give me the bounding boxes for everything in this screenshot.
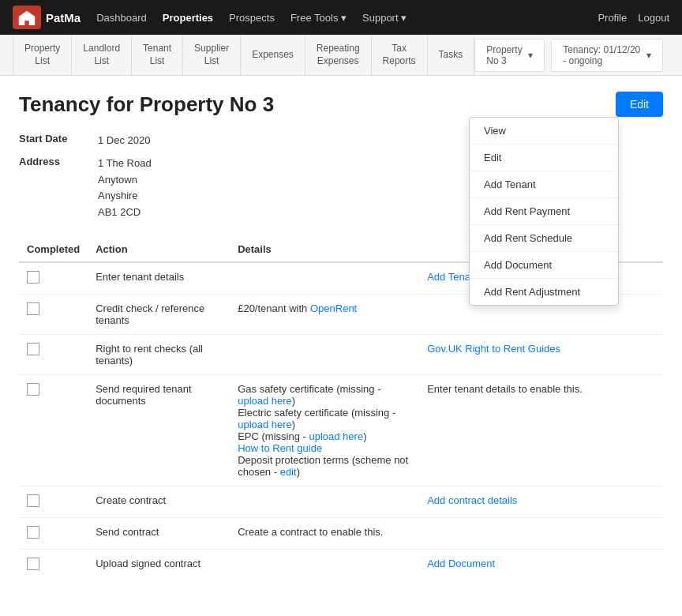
- table-row: Right to rent checks (all tenants) Gov.U…: [19, 334, 663, 374]
- address-line-3: Anyshire: [98, 188, 152, 205]
- dropdown-menu: View Edit Add Tenant Add Rent Payment Ad…: [469, 117, 619, 306]
- logo-text: PatMa: [46, 11, 81, 24]
- subnav-repeating-expenses[interactable]: Repeating Expenses: [305, 35, 372, 76]
- property-dropdown-chevron: ▾: [528, 50, 533, 61]
- dropdown-add-document[interactable]: Add Document: [470, 252, 618, 279]
- subnav-tax-reports[interactable]: Tax Reports: [372, 35, 428, 76]
- address-line-1: 1 The Road: [98, 156, 152, 172]
- page-title: Tenancy for Property No 3: [19, 92, 274, 117]
- checkbox-6[interactable]: [27, 526, 39, 539]
- details-cell-1: [230, 262, 419, 295]
- nav-support[interactable]: Support ▾: [362, 12, 407, 24]
- checkbox-2[interactable]: [27, 302, 39, 315]
- gas-upload-link[interactable]: upload here: [238, 395, 292, 407]
- subnav-tasks[interactable]: Tasks: [428, 35, 475, 76]
- checkbox-cell-7: [19, 549, 88, 580]
- how-to-rent-line: How to Rent guide: [238, 442, 411, 454]
- openrent-link[interactable]: OpenRent: [310, 302, 357, 314]
- nav-free-tools[interactable]: Free Tools ▾: [290, 12, 347, 24]
- property-dropdown[interactable]: Property No 3 ▾: [474, 39, 545, 72]
- dropdown-view[interactable]: View: [470, 118, 618, 145]
- details-cell-4: Gas safety certificate (missing - upload…: [230, 374, 419, 486]
- gov-right-to-rent-link[interactable]: Gov.UK Right to Rent Guides: [427, 343, 560, 355]
- checkbox-cell-3: [19, 334, 88, 374]
- deposit-line: Deposit protection terms (scheme not cho…: [238, 454, 411, 478]
- checkbox-3[interactable]: [27, 343, 39, 355]
- link-cell-3: Gov.UK Right to Rent Guides: [419, 334, 663, 374]
- table-row: Send contract Create a contract to enabl…: [19, 517, 663, 549]
- action-cell-3: Right to rent checks (all tenants): [88, 334, 230, 374]
- link-cell-5: Add contract details: [419, 486, 663, 517]
- details-cell-6: Create a contract to enable this.: [230, 517, 419, 549]
- main-content: Tenancy for Property No 3 Edit View Edit…: [0, 76, 682, 596]
- start-date-value: 1 Dec 2020: [98, 133, 151, 149]
- start-date-label: Start Date: [19, 133, 98, 149]
- table-row: Create contract Add contract details: [19, 486, 663, 517]
- checkbox-5[interactable]: [27, 494, 39, 507]
- dropdown-add-rent-adjustment[interactable]: Add Rent Adjustment: [470, 279, 618, 305]
- action-cell-1: Enter tenant details: [88, 262, 230, 295]
- tenancy-dropdown-chevron: ▾: [646, 50, 651, 61]
- col-completed: Completed: [19, 237, 88, 262]
- table-row: Send required tenant documents Gas safet…: [19, 374, 663, 486]
- address-line-2: Anytown: [98, 172, 152, 189]
- deposit-edit-link[interactable]: edit: [280, 466, 297, 478]
- edit-button[interactable]: Edit: [616, 92, 663, 117]
- add-document-link[interactable]: Add Document: [427, 558, 495, 569]
- table-row: Upload signed contract Add Document: [19, 549, 663, 580]
- subnav: Property List Landlord List Tenant List …: [0, 35, 682, 76]
- checkbox-cell-2: [19, 294, 88, 334]
- link-cell-7: Add Document: [419, 549, 663, 580]
- checkbox-1[interactable]: [27, 271, 39, 284]
- col-details: Details: [230, 237, 419, 262]
- checkbox-4[interactable]: [27, 383, 39, 396]
- action-cell-7: Upload signed contract: [88, 549, 230, 580]
- subnav-landlord-list[interactable]: Landlord List: [72, 35, 132, 76]
- subnav-expenses[interactable]: Expenses: [241, 35, 305, 76]
- navbar: PatMa Dashboard Properties Prospects Fre…: [0, 0, 682, 35]
- navbar-right: Profile Logout: [598, 12, 669, 24]
- tenancy-dropdown[interactable]: Tenancy: 01/12/20 - ongoing ▾: [551, 39, 663, 72]
- address-line-4: AB1 2CD: [98, 205, 152, 221]
- navbar-left: PatMa Dashboard Properties Prospects Fre…: [13, 6, 407, 29]
- epc-upload-link[interactable]: upload here: [309, 430, 363, 442]
- subnav-tenant-list[interactable]: Tenant List: [132, 35, 183, 76]
- address-label: Address: [19, 156, 98, 221]
- electric-cert-line: Electric safety certificate (missing - u…: [238, 407, 411, 430]
- col-action: Action: [88, 237, 230, 262]
- gas-cert-line: Gas safety certificate (missing - upload…: [238, 383, 411, 407]
- dropdown-add-rent-payment[interactable]: Add Rent Payment: [470, 198, 618, 225]
- action-cell-5: Create contract: [88, 486, 230, 517]
- electric-upload-link[interactable]: upload here: [238, 419, 292, 430]
- nav-dashboard[interactable]: Dashboard: [96, 12, 147, 24]
- details-cell-2: £20/tenant with OpenRent: [230, 294, 419, 334]
- tenancy-dropdown-label: Tenancy: 01/12/20 - ongoing: [563, 44, 642, 66]
- dropdown-add-rent-schedule[interactable]: Add Rent Schedule: [470, 225, 618, 252]
- subnav-property-list[interactable]: Property List: [13, 35, 72, 76]
- checkbox-7[interactable]: [27, 558, 39, 570]
- nav-logout[interactable]: Logout: [638, 12, 669, 24]
- add-contract-link[interactable]: Add contract details: [427, 494, 517, 506]
- checkbox-cell-5: [19, 486, 88, 517]
- nav-profile[interactable]: Profile: [598, 12, 627, 24]
- details-cell-7: [230, 549, 419, 580]
- dropdown-add-tenant[interactable]: Add Tenant: [470, 171, 618, 198]
- action-cell-6: Send contract: [88, 517, 230, 549]
- details-cell-3: [230, 334, 419, 374]
- action-cell-2: Credit check / reference tenants: [88, 294, 230, 334]
- subnav-supplier-list[interactable]: Supplier List: [183, 35, 241, 76]
- checkbox-cell-4: [19, 374, 88, 486]
- link-cell-6: [419, 517, 663, 549]
- nav-prospects[interactable]: Prospects: [229, 12, 275, 24]
- logo: PatMa: [13, 6, 81, 29]
- property-dropdown-label: Property No 3: [486, 44, 523, 66]
- details-cell-5: [230, 486, 419, 517]
- epc-line: EPC (missing - upload here): [238, 430, 411, 442]
- nav-properties[interactable]: Properties: [163, 12, 213, 24]
- checkbox-cell-6: [19, 517, 88, 549]
- how-to-rent-link[interactable]: How to Rent guide: [238, 442, 322, 454]
- checkbox-cell-1: [19, 262, 88, 295]
- logo-icon: [13, 6, 41, 29]
- dropdown-edit[interactable]: Edit: [470, 145, 618, 171]
- address-value: 1 The Road Anytown Anyshire AB1 2CD: [98, 156, 152, 221]
